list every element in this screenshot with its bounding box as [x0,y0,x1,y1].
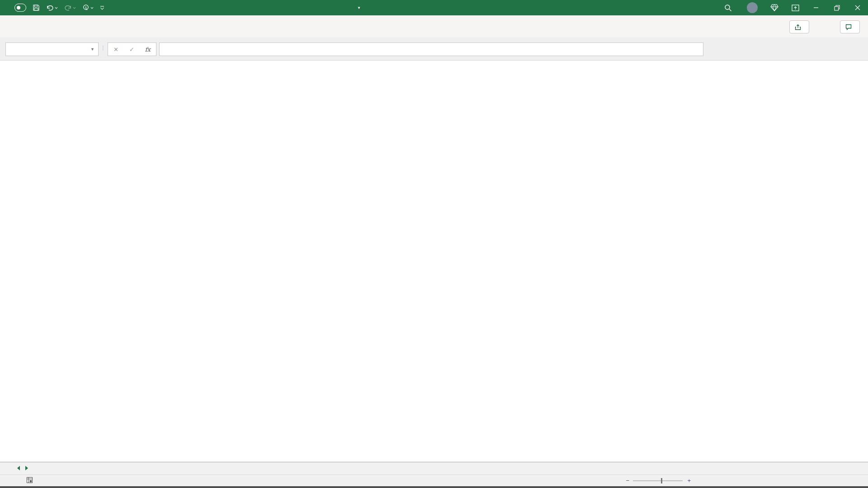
touch-mouse-mode-icon[interactable] [82,4,94,11]
ribbon-tab-row [0,15,868,38]
zoom-in-icon[interactable]: + [687,477,691,484]
ribbon-display-options-icon[interactable] [785,0,806,15]
comments-button[interactable] [840,20,860,33]
titlebar: ▾ [0,0,868,15]
undo-icon[interactable] [46,5,58,11]
zoom-out-icon[interactable]: − [626,477,629,484]
redo-icon[interactable] [64,5,76,11]
cancel-entry-icon[interactable]: ✕ [113,46,118,53]
close-button[interactable] [847,0,868,15]
sheet-nav-left-icon[interactable] [17,466,20,470]
avatar[interactable] [747,2,758,13]
excel-window: ▾ [0,0,868,488]
share-button[interactable] [789,20,809,33]
sheet-nav-right-icon[interactable] [25,466,28,470]
confirm-entry-icon[interactable]: ✓ [129,46,134,53]
autosave-toggle-knob [17,6,20,9]
customize-qat-icon[interactable] [100,6,104,10]
save-icon[interactable] [33,4,40,11]
titlebar-right [718,0,868,15]
quick-access-toolbar [0,4,104,12]
formula-buttons: ✕ ✓ fx [108,42,156,56]
sheet-tab-bar [0,462,868,475]
formula-bar-row: ▼ ⋮ ✕ ✓ fx [0,38,868,61]
name-box-caret-icon[interactable]: ▼ [90,43,94,56]
formula-bar-divider: ⋮ [100,45,106,51]
title-dropdown-caret-icon: ▾ [358,5,360,10]
formula-input[interactable] [159,42,703,56]
zoom-slider-track[interactable] [633,480,683,481]
macro-record-icon[interactable] [26,477,33,484]
autosave-toggle[interactable] [14,4,26,12]
name-box[interactable]: ▼ [5,42,99,56]
insert-function-icon[interactable]: fx [145,46,151,53]
status-bar: − + [0,474,868,487]
search-icon[interactable] [718,0,738,15]
restore-button[interactable] [826,0,847,15]
zoom-slider-thumb[interactable] [661,478,662,483]
minimize-button[interactable] [806,0,826,15]
gem-icon[interactable] [764,0,785,15]
window-bottom-edge [0,486,868,488]
document-title-area[interactable]: ▾ [285,0,429,15]
